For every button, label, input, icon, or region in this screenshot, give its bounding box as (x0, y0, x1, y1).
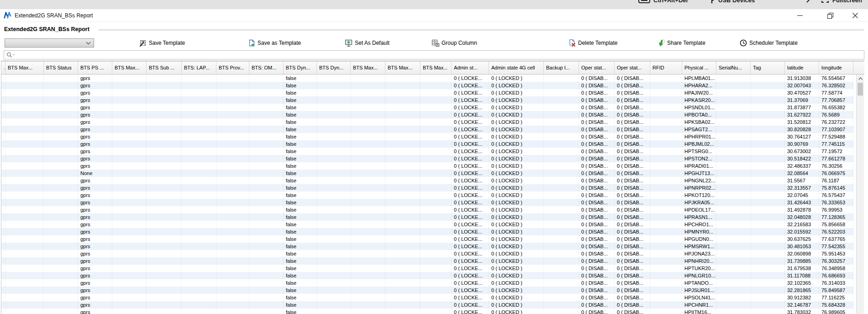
column-header-bts_max5[interactable]: BTS Max... (421, 61, 452, 74)
save-as-template-button[interactable]: Save as Template (248, 38, 301, 48)
cell-bts_ps: gprs (78, 118, 112, 126)
cell-latitude: 32.015592 (785, 228, 819, 235)
table-row[interactable]: gprsfalse0 ( LOCKE...0 ( LOCKED )0 ( DIS… (1, 265, 853, 272)
cell-oper_state1: 0 ( DISAB... (579, 89, 615, 96)
column-header-bts_sub[interactable]: BTS Sub ... (147, 61, 182, 74)
scroll-up-button[interactable] (857, 75, 864, 82)
save-template-button[interactable]: Save Template (139, 38, 185, 48)
cell-tag (751, 221, 785, 228)
cell-bts_status (44, 133, 78, 140)
table-row[interactable]: gprsfalse0 ( LOCKE...0 ( LOCKED )0 ( DIS… (1, 301, 853, 309)
share-template-button[interactable]: Share Template (658, 38, 705, 48)
vertical-scrollbar[interactable] (856, 75, 864, 314)
table-row[interactable]: gprsfalse0 ( LOCKE...0 ( LOCKED )0 ( DIS… (1, 213, 853, 221)
column-header-bts_max2[interactable]: BTS Max... (112, 61, 147, 74)
table-row[interactable]: gprsfalse0 ( LOCKE...0 ( LOCKED )0 ( DIS… (1, 162, 853, 170)
set-as-default-button[interactable]: Set As Default (345, 38, 389, 48)
scheduler-template-button[interactable]: Scheduler Template (740, 38, 798, 48)
toolbar-button-label: Share Template (667, 40, 705, 46)
table-row[interactable]: gprsfalse0 ( LOCKE...0 ( LOCKED )0 ( DIS… (1, 104, 853, 111)
table-row[interactable]: gprsfalse0 ( LOCKE...0 ( LOCKED )0 ( DIS… (1, 155, 853, 162)
close-button[interactable] (846, 9, 865, 22)
table-row[interactable]: gprsfalse0 ( LOCKE...0 ( LOCKED )0 ( DIS… (1, 235, 853, 243)
cell-bts_sub (147, 199, 182, 206)
table-row[interactable]: gprsfalse0 ( LOCKE...0 ( LOCKED )0 ( DIS… (1, 148, 853, 155)
search-icon[interactable] (6, 52, 16, 58)
column-header-oper_state1[interactable]: Oper stat... (579, 61, 615, 74)
cell-bts_max2 (112, 184, 147, 192)
cell-latitude: 32.08564 (785, 170, 819, 177)
fullscreen-button[interactable]: Fullscreen (821, 0, 862, 6)
column-header-gutter[interactable]: . (1, 61, 5, 74)
group-column-button[interactable]: Group Column (431, 38, 477, 48)
table-row[interactable]: gprsfalse0 ( LOCKE...0 ( LOCKED )0 ( DIS… (1, 250, 853, 257)
column-header-oper_state2[interactable]: Oper stat... (615, 61, 650, 74)
table-row[interactable]: gprsfalse0 ( LOCKE...0 ( LOCKED )0 ( DIS… (1, 192, 853, 199)
column-header-rfid[interactable]: RFID (650, 61, 682, 74)
cell-admin_state_4g: 0 ( LOCKED ) (489, 162, 544, 170)
table-row[interactable]: gprsfalse0 ( LOCKE...0 ( LOCKED )0 ( DIS… (1, 228, 853, 235)
usb-devices-button[interactable]: USB Devices (709, 0, 755, 6)
table-row[interactable]: gprsfalse0 ( LOCKE...0 ( LOCKED )0 ( DIS… (1, 126, 853, 133)
cell-tag (751, 287, 785, 294)
cell-bts_ps: gprs (78, 213, 112, 221)
restore-button[interactable] (821, 9, 840, 22)
table-row[interactable]: gprsfalse0 ( LOCKE...0 ( LOCKED )0 ( DIS… (1, 272, 853, 279)
column-header-bts_om[interactable]: BTS: OM... (249, 61, 284, 74)
table-row[interactable]: gprsfalse0 ( LOCKE...0 ( LOCKED )0 ( DIS… (1, 89, 853, 96)
column-header-bts_ps[interactable]: BTS PS ... (78, 61, 112, 74)
table-row[interactable]: gprsfalse0 ( LOCKE...0 ( LOCKED )0 ( DIS… (1, 309, 853, 314)
column-header-serial[interactable]: SerialNu... (716, 61, 751, 74)
table-row[interactable]: gprsfalse0 ( LOCKE...0 ( LOCKED )0 ( DIS… (1, 206, 853, 213)
cell-oper_state2: 0 ( DISAB... (615, 162, 650, 170)
scroll-thumb[interactable] (857, 83, 863, 96)
table-row[interactable]: gprsfalse0 ( LOCKE...0 ( LOCKED )0 ( DIS… (1, 96, 853, 104)
table-row[interactable]: gprsfalse0 ( LOCKE...0 ( LOCKED )0 ( DIS… (1, 184, 853, 192)
table-row[interactable]: gprsfalse0 ( LOCKE...0 ( LOCKED )0 ( DIS… (1, 177, 853, 184)
column-header-bts_max4[interactable]: BTS Max... (385, 61, 421, 74)
column-header-bts_prov[interactable]: BTS Prov... (216, 61, 249, 74)
column-header-bts_dyn1[interactable]: BTS Dyn... (284, 61, 317, 74)
table-row[interactable]: Nonefalse0 ( LOCKE...0 ( LOCKED )0 ( DIS… (1, 170, 853, 177)
console-expand-button[interactable] (806, 0, 814, 6)
table-row[interactable]: gprsfalse0 ( LOCKE...0 ( LOCKED )0 ( DIS… (1, 118, 853, 126)
column-header-tag[interactable]: Tag (751, 61, 785, 74)
column-header-bts_status[interactable]: BTS Status (44, 61, 78, 74)
cell-oper_state1: 0 ( DISAB... (579, 133, 615, 140)
cell-physical: HPNHRI20... (682, 257, 716, 265)
cell-oper_state1: 0 ( DISAB... (579, 301, 615, 309)
column-header-longitude[interactable]: longitude (819, 61, 853, 74)
table-row[interactable]: gprsfalse0 ( LOCKE...0 ( LOCKED )0 ( DIS… (1, 111, 853, 118)
table-row[interactable]: gprsfalse0 ( LOCKE...0 ( LOCKED )0 ( DIS… (1, 221, 853, 228)
column-header-admin_state_4g[interactable]: Admin state 4G cell (489, 61, 544, 74)
table-row[interactable]: gprsfalse0 ( LOCKE...0 ( LOCKED )0 ( DIS… (1, 133, 853, 140)
table-row[interactable]: gprsfalse0 ( LOCKE...0 ( LOCKED )0 ( DIS… (1, 140, 853, 148)
table-row[interactable]: gprsfalse0 ( LOCKE...0 ( LOCKED )0 ( DIS… (1, 294, 853, 301)
table-row[interactable]: gprsfalse0 ( LOCKE...0 ( LOCKED )0 ( DIS… (1, 75, 853, 82)
cell-serial (716, 155, 751, 162)
column-header-bts_max3[interactable]: BTS Max... (351, 61, 385, 74)
table-row[interactable]: gprsfalse0 ( LOCKE...0 ( LOCKED )0 ( DIS… (1, 82, 853, 89)
cell-tag (751, 301, 785, 309)
minimize-button[interactable] (790, 9, 810, 22)
column-header-backup[interactable]: Backup I... (544, 61, 579, 74)
column-header-admin_state[interactable]: Admin st... (452, 61, 489, 74)
table-row[interactable]: gprsfalse0 ( LOCKE...0 ( LOCKED )0 ( DIS… (1, 287, 853, 294)
table-row[interactable]: gprsfalse0 ( LOCKE...0 ( LOCKED )0 ( DIS… (1, 243, 853, 250)
column-header-bts_dyn2[interactable]: BTS Dyn... (317, 61, 351, 74)
cell-latitude: 32.102365 (785, 279, 819, 287)
table-row[interactable]: gprsfalse0 ( LOCKE...0 ( LOCKED )0 ( DIS… (1, 279, 853, 287)
column-header-bts_max1[interactable]: BTS Max... (5, 61, 44, 74)
search-input[interactable] (16, 51, 864, 59)
template-select[interactable] (5, 38, 94, 48)
cell-bts_lap (182, 89, 216, 96)
column-header-latitude[interactable]: latitude (785, 61, 819, 74)
cell-admin_state_4g: 0 ( LOCKED ) (489, 257, 544, 265)
table-row[interactable]: gprsfalse0 ( LOCKE...0 ( LOCKED )0 ( DIS… (1, 199, 853, 206)
column-header-physical[interactable]: Physical ... (682, 61, 716, 74)
ctrl-alt-del-button[interactable]: Ctrl+Alt+Del (638, 0, 688, 6)
delete-template-button[interactable]: Delete Template (568, 38, 618, 48)
table-row[interactable]: gprsfalse0 ( LOCKE...0 ( LOCKED )0 ( DIS… (1, 257, 853, 265)
cell-bts_prov (216, 287, 249, 294)
column-header-bts_lap[interactable]: BTS: LAP... (182, 61, 216, 74)
